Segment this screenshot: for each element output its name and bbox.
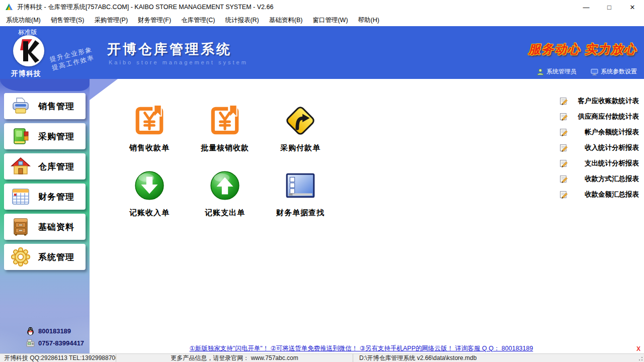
window-title: 开博科技 - 仓库管理系统[757ABC.COM] - KAIBO STORE … (17, 3, 273, 12)
report-link-payment-method-summary[interactable]: 收款方式汇总报表 (559, 171, 639, 187)
report-note-icon (559, 112, 568, 121)
tel-contact: 0757-83994417 (26, 339, 84, 347)
report-note-icon (559, 159, 568, 167)
menu-help[interactable]: 帮助(H) (353, 15, 384, 26)
qq-penguin-icon (26, 327, 35, 335)
shortcut-purchase-payment[interactable]: 采购付款单 (263, 104, 338, 153)
system-title: 开博仓库管理系统 (107, 40, 232, 58)
header-banner: 标准版 开博科技 提升企业形象 提高工作效率 开博仓库管理系统 Kaibo st… (0, 26, 644, 79)
app-window: 开博科技 - 仓库管理系统[757ABC.COM] - KAIBO STORE … (0, 0, 644, 362)
report-link-payment-amount-summary[interactable]: 收款金额汇总报表 (559, 187, 639, 202)
gear-icon (11, 247, 31, 267)
report-note-icon (559, 174, 568, 183)
announcement-close-button[interactable]: X (633, 345, 644, 352)
shortcut-grid: 销售收款单 批量核销收款 (112, 104, 338, 218)
header-tools: 系统管理员 系统参数设置 (537, 67, 637, 76)
menu-basedata[interactable]: 基础资料(B) (264, 15, 308, 26)
content-area: 销售管理 采购管理 (0, 79, 644, 353)
company-name: 开博科技 (11, 69, 41, 78)
close-button[interactable]: ✕ (621, 0, 644, 14)
menu-warehouse[interactable]: 仓库管理(C) (176, 15, 220, 26)
house-icon (11, 156, 31, 176)
sidebar: 销售管理 采购管理 (0, 79, 90, 353)
window-controls: — □ ✕ (575, 0, 644, 14)
road-sign-arrow-icon (284, 104, 317, 137)
announcement-bar: ①新版独家支持"闪电开单"！ ②可将送货单免费推送到微信！ ③另有支持手机APP… (90, 344, 644, 353)
cabinet-icon (11, 217, 31, 237)
report-links: 客户应收账款统计表 供应商应付款统计表 (559, 93, 639, 202)
company-logo (13, 35, 44, 66)
green-up-arrow-icon (208, 169, 242, 202)
printer-icon (11, 96, 31, 116)
fax-phone-icon (26, 339, 35, 347)
system-subtitle: Kaibo store management system (109, 59, 248, 65)
admin-user[interactable]: 系统管理员 (537, 67, 577, 76)
k-logo-icon (13, 35, 44, 66)
title-bar: 开博科技 - 仓库管理系统[757ABC.COM] - KAIBO STORE … (0, 0, 644, 14)
report-link-expense-analysis[interactable]: 支出统计分析报表 (559, 155, 639, 171)
menu-purchase[interactable]: 采购管理(P) (89, 15, 133, 26)
report-link-account-balance[interactable]: 帐户余额统计报表 (559, 124, 639, 140)
sidebar-item-purchase[interactable]: 采购管理 (4, 123, 86, 149)
menu-finance[interactable]: 财务管理(F) (133, 15, 176, 26)
status-website: 更多产品信息，请登录官网： www.757abc.com (116, 354, 353, 362)
monitor-icon (591, 68, 598, 75)
report-note-icon (559, 97, 568, 105)
cash-receipt-icon (208, 104, 242, 137)
menu-reports[interactable]: 统计报表(R) (220, 15, 264, 26)
sidebar-item-finance[interactable]: 财务管理 (4, 184, 86, 210)
sidebar-item-warehouse[interactable]: 仓库管理 (4, 153, 86, 179)
sidebar-nav: 销售管理 采购管理 (0, 79, 90, 270)
qq-contact: 800183189 (26, 327, 71, 335)
report-link-income-analysis[interactable]: 收入统计分析报表 (559, 140, 639, 155)
shortcut-document-search[interactable]: 财务单据查找 (263, 169, 338, 218)
maximize-button[interactable]: □ (598, 0, 621, 14)
report-note-icon (559, 143, 568, 152)
shortcut-batch-writeoff[interactable]: 批量核销收款 (187, 104, 263, 153)
document-search-icon (284, 169, 317, 202)
sidebar-item-system[interactable]: 系统管理 (4, 244, 86, 270)
announcement-link[interactable]: ①新版独家支持"闪电开单"！ ②可将送货单免费推送到微信！ ③另有支持手机APP… (90, 344, 633, 353)
menu-sales[interactable]: 销售管理(S) (46, 15, 90, 26)
status-database-path: D:\开博仓库管理系统 v2.66\data\kstore.mdb (353, 354, 636, 362)
cash-receipt-icon (133, 104, 166, 137)
shortcut-sales-receipt[interactable]: 销售收款单 (112, 104, 187, 153)
report-link-receivables[interactable]: 客户应收账款统计表 (559, 93, 639, 109)
report-note-icon (559, 190, 568, 199)
report-link-payables[interactable]: 供应商应付款统计表 (559, 109, 639, 124)
app-logo-icon (5, 3, 13, 11)
sidebar-item-sales[interactable]: 销售管理 (4, 93, 86, 119)
sidebar-item-basedata[interactable]: 基础资料 (4, 214, 86, 240)
main-panel: 销售收款单 批量核销收款 (90, 79, 644, 353)
company-slogan: 提升企业形象 提高工作效率 (49, 45, 96, 72)
service-motto: 服务动心 实力放心 (528, 41, 637, 57)
corner-decoration (90, 79, 118, 100)
system-settings[interactable]: 系统参数设置 (591, 67, 637, 76)
shortcut-expense-voucher[interactable]: 记账支出单 (187, 169, 263, 218)
user-icon (537, 68, 544, 75)
menu-bar: 系统功能(M) 销售管理(S) 采购管理(P) 财务管理(F) 仓库管理(C) … (0, 14, 644, 26)
resize-grip[interactable] (636, 354, 643, 361)
shortcut-income-voucher[interactable]: 记账收入单 (112, 169, 187, 218)
minimize-button[interactable]: — (575, 0, 598, 14)
menu-system[interactable]: 系统功能(M) (1, 15, 46, 26)
green-down-arrow-icon (133, 169, 166, 202)
status-bar: 开博科技 QQ:29286113 TEL:13929988706 更多产品信息，… (0, 353, 644, 362)
report-note-icon (559, 128, 568, 136)
book-icon (11, 126, 31, 146)
status-company-contact: 开博科技 QQ:29286113 TEL:13929988706 (0, 354, 116, 362)
menu-windows[interactable]: 窗口管理(W) (307, 15, 353, 26)
calendar-icon (11, 187, 31, 207)
